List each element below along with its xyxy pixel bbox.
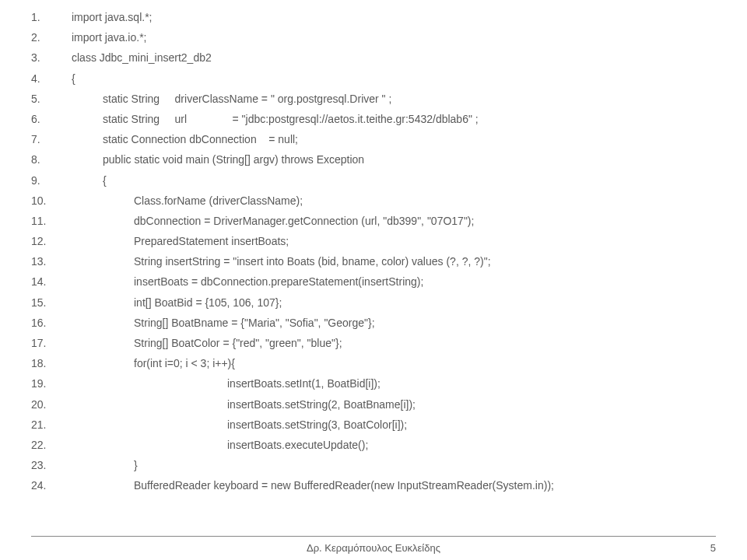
code-line: 16.String[] BoatBname = {"Maria", "Sofia… (31, 315, 716, 332)
code-text: static String driverClassName = " org.po… (72, 91, 391, 108)
code-text: public static void main (String[] argv) … (72, 152, 364, 169)
line-number: 22. (31, 437, 72, 454)
code-text: static String url = "jdbc:postgresql://a… (72, 111, 479, 128)
code-text: class Jdbc_mini_insert2_db2 (72, 50, 212, 67)
code-text: insertBoats.setString(2, BoatBname[i]); (72, 397, 416, 414)
line-number: 7. (31, 131, 72, 149)
code-line: 2.import java.io.*; (31, 30, 716, 47)
code-line: 6.static String url = "jdbc:postgresql:/… (31, 111, 716, 128)
line-number: 3. (31, 50, 72, 67)
code-line: 13.String insertString = "insert into Bo… (31, 254, 716, 271)
code-text: String[] BoatBname = {"Maria", "Sofia", … (72, 315, 375, 332)
code-line: 4.{ (31, 71, 716, 88)
code-listing: 1.import java.sql.*;2.import java.io.*;3… (0, 0, 747, 495)
footer-divider (31, 536, 716, 537)
line-number: 11. (31, 213, 72, 230)
code-line: 8.public static void main (String[] argv… (31, 152, 716, 169)
line-number: 13. (31, 254, 72, 271)
code-text: import java.sql.*; (72, 9, 152, 26)
line-number: 21. (31, 417, 72, 434)
code-line: 10.Class.forName (driverClassName); (31, 193, 716, 210)
line-number: 19. (31, 376, 72, 393)
code-line: 14.insertBoats = dbConnection.prepareSta… (31, 274, 716, 291)
code-text: insertBoats.executeUpdate(); (72, 437, 368, 454)
code-text: insertBoats.setInt(1, BoatBid[i]); (72, 376, 381, 393)
code-text: static Connection dbConnection = null; (72, 131, 298, 149)
line-number: 20. (31, 397, 72, 414)
line-number: 9. (31, 173, 72, 190)
code-text: insertBoats = dbConnection.prepareStatem… (72, 274, 423, 291)
code-line: 15.int[] BoatBid = {105, 106, 107}; (31, 295, 716, 312)
code-line: 7.static Connection dbConnection = null; (31, 131, 716, 149)
code-text: String[] BoatColor = {"red", "green", "b… (72, 335, 342, 352)
footer-author: Δρ. Κεραμόπουλος Ευκλείδης (0, 542, 747, 554)
code-line: 23.} (31, 457, 716, 474)
code-line: 18.for(int i=0; i < 3; i++){ (31, 355, 716, 373)
line-number: 23. (31, 457, 72, 474)
line-number: 8. (31, 152, 72, 169)
line-number: 15. (31, 295, 72, 312)
code-line: 19.insertBoats.setInt(1, BoatBid[i]); (31, 376, 716, 393)
code-line: 11.dbConnection = DriverManager.getConne… (31, 213, 716, 230)
line-number: 16. (31, 315, 72, 332)
code-line: 20.insertBoats.setString(2, BoatBname[i]… (31, 397, 716, 414)
code-text: insertBoats.setString(3, BoatColor[i]); (72, 417, 407, 434)
line-number: 17. (31, 335, 72, 352)
code-text: int[] BoatBid = {105, 106, 107}; (72, 295, 282, 312)
code-text: BufferedReader keyboard = new BufferedRe… (72, 478, 554, 495)
code-text: PreparedStatement insertBoats; (72, 233, 289, 250)
code-line: 22.insertBoats.executeUpdate(); (31, 437, 716, 454)
code-line: 5.static String driverClassName = " org.… (31, 91, 716, 108)
code-line: 9.{ (31, 173, 716, 190)
code-line: 12.PreparedStatement insertBoats; (31, 233, 716, 250)
code-text: dbConnection = DriverManager.getConnecti… (72, 213, 474, 230)
line-number: 5. (31, 91, 72, 108)
code-text: { (72, 173, 107, 190)
code-text: Class.forName (driverClassName); (72, 193, 303, 210)
page-number: 5 (710, 542, 716, 554)
line-number: 4. (31, 71, 72, 88)
code-text: String insertString = "insert into Boats… (72, 254, 491, 271)
line-number: 12. (31, 233, 72, 250)
line-number: 2. (31, 30, 72, 47)
code-line: 3.class Jdbc_mini_insert2_db2 (31, 50, 716, 67)
line-number: 18. (31, 355, 72, 373)
code-text: for(int i=0; i < 3; i++){ (72, 355, 235, 373)
code-text: { (72, 71, 75, 88)
code-line: 21.insertBoats.setString(3, BoatColor[i]… (31, 417, 716, 434)
line-number: 10. (31, 193, 72, 210)
code-line: 24.BufferedReader keyboard = new Buffere… (31, 478, 716, 495)
code-text: } (72, 457, 138, 474)
code-line: 1.import java.sql.*; (31, 9, 716, 26)
line-number: 24. (31, 478, 72, 495)
line-number: 1. (31, 9, 72, 26)
line-number: 6. (31, 111, 72, 128)
line-number: 14. (31, 274, 72, 291)
code-line: 17.String[] BoatColor = {"red", "green",… (31, 335, 716, 352)
code-text: import java.io.*; (72, 30, 146, 47)
